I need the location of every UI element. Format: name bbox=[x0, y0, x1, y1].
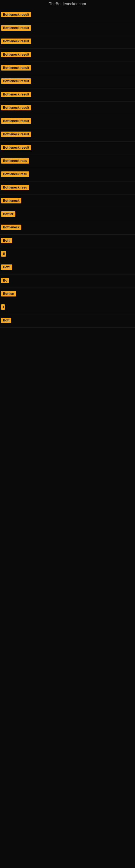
bottleneck-badge[interactable]: Bottl bbox=[1, 265, 12, 270]
bottleneck-badge[interactable]: Bottleneck result bbox=[1, 118, 31, 124]
bottleneck-badge[interactable]: Bottleneck result bbox=[1, 25, 31, 31]
result-row: Bottlen bbox=[0, 288, 135, 301]
result-row: Bott bbox=[0, 314, 135, 328]
result-row: Bo bbox=[0, 275, 135, 288]
bottleneck-badge[interactable]: Bottleneck resu bbox=[1, 185, 29, 190]
result-row: Bottleneck result bbox=[0, 142, 135, 155]
result-row: Bottleneck result bbox=[0, 49, 135, 62]
bottleneck-badge[interactable]: Bo bbox=[1, 278, 9, 283]
result-row: Bottleneck resu bbox=[0, 155, 135, 168]
result-row: B bbox=[0, 248, 135, 261]
result-row: Bottleneck result bbox=[0, 22, 135, 35]
bottleneck-badge[interactable]: Bottleneck result bbox=[1, 105, 31, 111]
bottleneck-badge[interactable]: Bottleneck result bbox=[1, 52, 31, 57]
result-row: Bottleneck resu bbox=[0, 168, 135, 182]
result-row: Bottleneck result bbox=[0, 62, 135, 75]
result-row: Bottleneck bbox=[0, 195, 135, 208]
result-row: Bottleneck result bbox=[0, 102, 135, 115]
result-row: Bottleneck result bbox=[0, 88, 135, 102]
bottleneck-badge[interactable]: Bottlen bbox=[1, 291, 16, 297]
bottleneck-badge[interactable]: Bottleneck result bbox=[1, 38, 31, 44]
bottleneck-badge[interactable]: Bottleneck bbox=[1, 198, 21, 204]
bottleneck-badge[interactable]: I bbox=[1, 304, 5, 310]
bottleneck-badge[interactable]: Bottl bbox=[1, 238, 12, 243]
result-row: Bottler bbox=[0, 208, 135, 221]
bottleneck-badge[interactable]: Bottleneck resu bbox=[1, 172, 29, 177]
bottleneck-badge[interactable]: Bottler bbox=[1, 211, 15, 217]
bottleneck-badge[interactable]: Bottleneck result bbox=[1, 92, 31, 97]
bottleneck-badge[interactable]: Bott bbox=[1, 318, 11, 323]
result-row: Bottleneck result bbox=[0, 75, 135, 88]
result-row: Bottleneck result bbox=[0, 115, 135, 128]
result-row: Bottleneck bbox=[0, 221, 135, 235]
results-container: Bottleneck resultBottleneck resultBottle… bbox=[0, 9, 135, 328]
result-row: Bottleneck result bbox=[0, 128, 135, 142]
bottleneck-badge[interactable]: Bottleneck result bbox=[1, 131, 31, 137]
result-row: I bbox=[0, 301, 135, 314]
result-row: Bottl bbox=[0, 261, 135, 275]
site-title: TheBottlenecker.com bbox=[0, 0, 135, 9]
bottleneck-badge[interactable]: Bottleneck result bbox=[1, 145, 31, 150]
result-row: Bottl bbox=[0, 235, 135, 248]
bottleneck-badge[interactable]: Bottleneck result bbox=[1, 12, 31, 18]
bottleneck-badge[interactable]: Bottleneck bbox=[1, 225, 21, 230]
result-row: Bottleneck result bbox=[0, 35, 135, 49]
bottleneck-badge[interactable]: Bottleneck result bbox=[1, 79, 31, 84]
bottleneck-badge[interactable]: Bottleneck resu bbox=[1, 158, 29, 163]
result-row: Bottleneck resu bbox=[0, 182, 135, 195]
bottleneck-badge[interactable]: Bottleneck result bbox=[1, 65, 31, 70]
bottleneck-badge[interactable]: B bbox=[1, 251, 6, 257]
result-row: Bottleneck result bbox=[0, 9, 135, 22]
